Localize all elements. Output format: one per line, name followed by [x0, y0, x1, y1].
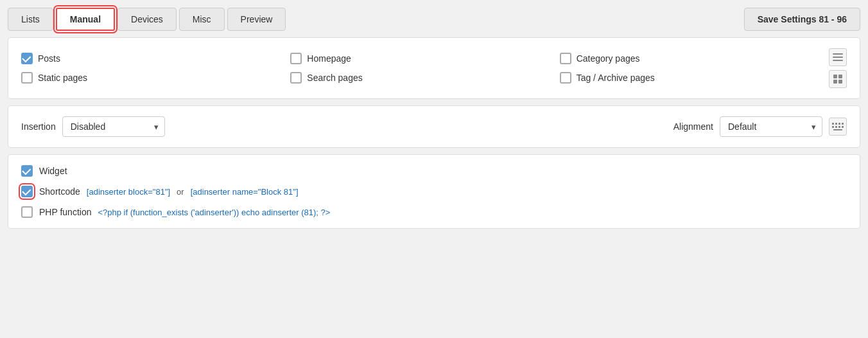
insertion-row: Insertion Disabled Before content After … [21, 116, 847, 137]
svg-rect-4 [838, 75, 842, 78]
widget-section: Widget Shortcode [adinserter block="81"]… [21, 165, 847, 218]
shortcode-code1: [adinserter block="81"] [87, 187, 170, 197]
svg-rect-5 [833, 80, 837, 84]
main-container: Lists Manual Devices Misc Preview Save S… [8, 8, 860, 229]
shortcode-or: or [177, 187, 184, 197]
shortcode-code2: [adinserter name="Block 81"] [191, 187, 299, 197]
insertion-label: Insertion [21, 121, 56, 132]
svg-rect-15 [833, 129, 842, 130]
list-icon-button[interactable] [829, 48, 847, 66]
column-2: Homepage Search pages [290, 53, 551, 84]
svg-rect-9 [838, 123, 840, 125]
widget-row: Widget [21, 165, 847, 177]
tab-group: Lists Manual Devices Misc Preview [8, 8, 286, 31]
shortcode-checkbox[interactable] [21, 186, 33, 197]
column-3: Category pages Tag / Archive pages [560, 53, 821, 84]
php-function-code: <?php if (function_exists ('adinserter')… [98, 208, 330, 217]
php-function-checkbox[interactable] [21, 206, 33, 218]
tag-archive-pages-checkbox[interactable] [560, 72, 571, 84]
homepage-row: Homepage [290, 53, 551, 64]
svg-rect-2 [833, 60, 843, 61]
category-pages-label: Category pages [577, 53, 640, 64]
svg-rect-7 [832, 123, 834, 125]
save-settings-button[interactable]: Save Settings 81 - 96 [744, 8, 860, 31]
tab-misc[interactable]: Misc [179, 8, 225, 31]
svg-rect-10 [842, 123, 844, 125]
tab-manual[interactable]: Manual [56, 8, 115, 31]
alignment-label: Alignment [673, 121, 713, 132]
homepage-label: Homepage [307, 53, 351, 64]
tab-devices[interactable]: Devices [117, 8, 177, 31]
svg-rect-8 [835, 123, 837, 125]
php-function-row: PHP function <?php if (function_exists (… [21, 206, 847, 218]
panel-icons [829, 48, 847, 88]
svg-rect-14 [842, 126, 844, 128]
svg-rect-6 [838, 80, 842, 84]
svg-rect-1 [833, 57, 843, 58]
search-pages-row: Search pages [290, 72, 551, 84]
php-function-label: PHP function [39, 207, 91, 217]
tag-archive-pages-label: Tag / Archive pages [577, 73, 655, 83]
svg-rect-13 [838, 126, 840, 128]
column-1: Posts Static pages [21, 53, 282, 84]
static-pages-checkbox[interactable] [21, 72, 33, 84]
static-pages-row: Static pages [21, 72, 282, 84]
posts-checkbox[interactable] [21, 53, 33, 64]
widget-label: Widget [39, 166, 67, 176]
svg-rect-11 [832, 126, 834, 128]
grid-icon-button[interactable] [829, 70, 847, 88]
widget-panel: Widget Shortcode [adinserter block="81"]… [8, 154, 860, 229]
svg-rect-3 [833, 75, 837, 78]
tab-bar: Lists Manual Devices Misc Preview Save S… [8, 8, 860, 31]
shortcode-label: Shortcode [39, 186, 80, 197]
shortcode-row: Shortcode [adinserter block="81"] or [ad… [21, 186, 847, 197]
search-pages-checkbox[interactable] [290, 72, 302, 84]
widget-checkbox[interactable] [21, 165, 33, 177]
page-types-panel: Posts Static pages Homepage Search pages [8, 37, 860, 99]
alignment-select-wrapper: Default Left Center Right Float left Flo… [720, 116, 822, 137]
static-pages-label: Static pages [38, 73, 87, 83]
alignment-select[interactable]: Default Left Center Right Float left Flo… [720, 116, 822, 137]
tab-preview[interactable]: Preview [227, 8, 286, 31]
insertion-panel: Insertion Disabled Before content After … [8, 105, 860, 148]
insertion-select[interactable]: Disabled Before content After content Be… [62, 116, 165, 137]
posts-row: Posts [21, 53, 282, 64]
posts-label: Posts [38, 53, 60, 64]
tag-archive-pages-row: Tag / Archive pages [560, 72, 821, 84]
insertion-left: Insertion Disabled Before content After … [21, 116, 165, 137]
homepage-checkbox[interactable] [290, 53, 302, 64]
insertion-select-wrapper: Disabled Before content After content Be… [62, 116, 165, 137]
svg-rect-12 [835, 126, 837, 128]
insertion-right: Alignment Default Left Center Right Floa… [673, 116, 847, 137]
tab-lists[interactable]: Lists [8, 8, 53, 31]
svg-rect-0 [833, 53, 843, 55]
category-pages-checkbox[interactable] [560, 53, 571, 64]
keyboard-icon-button[interactable] [829, 118, 847, 136]
category-pages-row: Category pages [560, 53, 821, 64]
search-pages-label: Search pages [307, 73, 362, 83]
